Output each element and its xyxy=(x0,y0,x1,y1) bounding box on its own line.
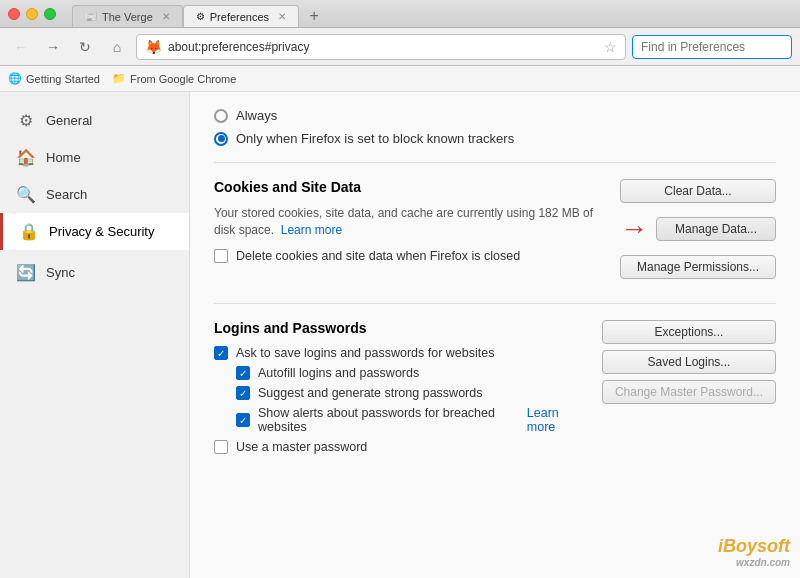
cookies-section: Cookies and Site Data Your stored cookie… xyxy=(214,179,776,279)
manage-data-row: → Manage Data... xyxy=(620,209,776,249)
general-icon: ⚙ xyxy=(16,111,36,130)
close-button[interactable] xyxy=(8,8,20,20)
verge-favicon-icon: 📰 xyxy=(85,11,97,22)
suggest-generate-item[interactable]: Suggest and generate strong passwords xyxy=(236,386,582,400)
getting-started-icon: 🌐 xyxy=(8,72,22,85)
home-icon: 🏠 xyxy=(16,148,36,167)
sidebar-item-general-label: General xyxy=(46,113,92,128)
firefox-icon: 🦊 xyxy=(145,39,162,55)
toolbar: ← → ↻ ⌂ 🦊 about:preferences#privacy ☆ xyxy=(0,28,800,66)
tab-verge[interactable]: 📰 The Verge ✕ xyxy=(72,5,183,27)
manage-data-button[interactable]: Manage Data... xyxy=(656,217,776,241)
delete-cookies-checkbox[interactable] xyxy=(214,249,228,263)
show-alerts-label: Show alerts about passwords for breached… xyxy=(258,406,507,434)
find-in-preferences-input[interactable] xyxy=(632,35,792,59)
radio-known-circle[interactable] xyxy=(214,132,228,146)
address-bar[interactable]: 🦊 about:preferences#privacy ☆ xyxy=(136,34,626,60)
maximize-button[interactable] xyxy=(44,8,56,20)
ask-save-checkbox[interactable] xyxy=(214,346,228,360)
prefs-favicon-icon: ⚙ xyxy=(196,11,205,22)
new-tab-button[interactable]: + xyxy=(303,5,325,27)
cookies-learn-more[interactable]: Learn more xyxy=(281,223,342,237)
cookies-title: Cookies and Site Data xyxy=(214,179,600,195)
bookmark-icon[interactable]: ☆ xyxy=(604,39,617,55)
radio-always-item[interactable]: Always xyxy=(214,108,776,123)
exceptions-button[interactable]: Exceptions... xyxy=(602,320,776,344)
tab-verge-close-icon[interactable]: ✕ xyxy=(162,11,170,22)
arrow-icon: → xyxy=(620,213,648,245)
reload-button[interactable]: ↻ xyxy=(72,34,98,60)
logins-left: Logins and Passwords Ask to save logins … xyxy=(214,320,582,460)
logins-right: Exceptions... Saved Logins... Change Mas… xyxy=(602,320,776,404)
from-chrome-icon: 📁 xyxy=(112,72,126,85)
tracking-section: Always Only when Firefox is set to block… xyxy=(214,108,776,146)
tab-preferences-label: Preferences xyxy=(210,11,269,23)
address-text: about:preferences#privacy xyxy=(168,40,598,54)
tabs-area: 📰 The Verge ✕ ⚙ Preferences ✕ + xyxy=(72,0,792,27)
cookies-desc-text: Your stored cookies, site data, and cach… xyxy=(214,206,593,237)
show-alerts-checkbox[interactable] xyxy=(236,413,250,427)
logins-section: Logins and Passwords Ask to save logins … xyxy=(214,320,776,460)
suggest-generate-checkbox[interactable] xyxy=(236,386,250,400)
sidebar-item-home[interactable]: 🏠 Home xyxy=(0,139,189,176)
delete-cookies-label: Delete cookies and site data when Firefo… xyxy=(236,249,520,263)
show-alerts-item[interactable]: Show alerts about passwords for breached… xyxy=(236,406,582,434)
home-button[interactable]: ⌂ xyxy=(104,34,130,60)
sidebar-item-general[interactable]: ⚙ General xyxy=(0,102,189,139)
radio-known-item[interactable]: Only when Firefox is set to block known … xyxy=(214,131,776,146)
search-icon: 🔍 xyxy=(16,185,36,204)
bookmark-getting-started[interactable]: 🌐 Getting Started xyxy=(8,72,100,85)
section-divider-2 xyxy=(214,303,776,304)
radio-known-label: Only when Firefox is set to block known … xyxy=(236,131,514,146)
titlebar: 📰 The Verge ✕ ⚙ Preferences ✕ + xyxy=(0,0,800,28)
section-divider-1 xyxy=(214,162,776,163)
tab-preferences[interactable]: ⚙ Preferences ✕ xyxy=(183,5,299,27)
back-button[interactable]: ← xyxy=(8,34,34,60)
sidebar-item-privacy[interactable]: 🔒 Privacy & Security xyxy=(0,213,189,250)
bookmark-from-chrome[interactable]: 📁 From Google Chrome xyxy=(112,72,236,85)
alerts-learn-more[interactable]: Learn more xyxy=(527,406,582,434)
sidebar-item-sync-label: Sync xyxy=(46,265,75,280)
sidebar-item-home-label: Home xyxy=(46,150,81,165)
sidebar-item-sync[interactable]: 🔄 Sync xyxy=(0,254,189,291)
from-chrome-label: From Google Chrome xyxy=(130,73,236,85)
manage-permissions-button[interactable]: Manage Permissions... xyxy=(620,255,776,279)
watermark: iBoysoft wxzdn.com xyxy=(718,536,790,568)
tab-prefs-close-icon[interactable]: ✕ xyxy=(278,11,286,22)
master-password-item[interactable]: Use a master password xyxy=(214,440,582,454)
saved-logins-button[interactable]: Saved Logins... xyxy=(602,350,776,374)
autofill-item[interactable]: Autofill logins and passwords xyxy=(236,366,582,380)
minimize-button[interactable] xyxy=(26,8,38,20)
suggest-generate-label: Suggest and generate strong passwords xyxy=(258,386,482,400)
autofill-checkbox[interactable] xyxy=(236,366,250,380)
ask-save-label: Ask to save logins and passwords for web… xyxy=(236,346,494,360)
content-area: Always Only when Firefox is set to block… xyxy=(190,92,800,578)
tab-verge-label: The Verge xyxy=(102,11,153,23)
forward-button[interactable]: → xyxy=(40,34,66,60)
cookies-desc: Your stored cookies, site data, and cach… xyxy=(214,205,600,239)
cookies-right: Clear Data... → Manage Data... Manage Pe… xyxy=(620,179,776,279)
traffic-lights xyxy=(8,8,56,20)
indented-checkboxes: Autofill logins and passwords Suggest an… xyxy=(236,366,582,434)
master-password-checkbox[interactable] xyxy=(214,440,228,454)
radio-always-circle[interactable] xyxy=(214,109,228,123)
cookies-left: Cookies and Site Data Your stored cookie… xyxy=(214,179,600,269)
watermark-brand: iBoysoft xyxy=(718,536,790,556)
sidebar-item-search-label: Search xyxy=(46,187,87,202)
sidebar-item-privacy-label: Privacy & Security xyxy=(49,224,154,239)
cookies-two-col: Cookies and Site Data Your stored cookie… xyxy=(214,179,776,279)
main-layout: ⚙ General 🏠 Home 🔍 Search 🔒 Privacy & Se… xyxy=(0,92,800,578)
master-password-label: Use a master password xyxy=(236,440,367,454)
getting-started-label: Getting Started xyxy=(26,73,100,85)
delete-cookies-checkbox-item[interactable]: Delete cookies and site data when Firefo… xyxy=(214,249,600,263)
privacy-icon: 🔒 xyxy=(19,222,39,241)
watermark-sub: wxzdn.com xyxy=(718,557,790,568)
bookmarks-bar: 🌐 Getting Started 📁 From Google Chrome xyxy=(0,66,800,92)
sidebar-item-search[interactable]: 🔍 Search xyxy=(0,176,189,213)
sidebar: ⚙ General 🏠 Home 🔍 Search 🔒 Privacy & Se… xyxy=(0,92,190,578)
autofill-label: Autofill logins and passwords xyxy=(258,366,419,380)
radio-always-label: Always xyxy=(236,108,277,123)
clear-data-button[interactable]: Clear Data... xyxy=(620,179,776,203)
ask-save-item[interactable]: Ask to save logins and passwords for web… xyxy=(214,346,582,360)
change-master-button[interactable]: Change Master Password... xyxy=(602,380,776,404)
